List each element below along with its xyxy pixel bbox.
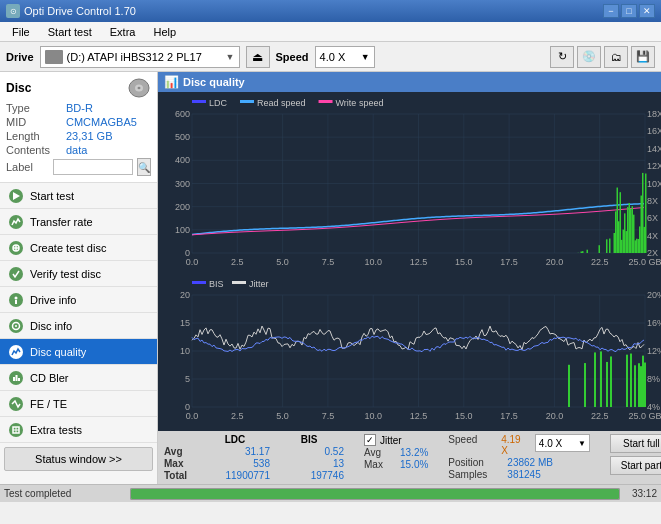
- chart-area: 📊 Disc quality LDC BIS Avg: [158, 72, 661, 484]
- start-test-label: Start test: [30, 190, 74, 202]
- avg-label: Avg: [164, 446, 196, 457]
- chart-title: Disc quality: [183, 76, 245, 88]
- svg-rect-11: [13, 377, 15, 381]
- create-test-disc-icon: [8, 240, 24, 256]
- extra-tests-label: Extra tests: [30, 424, 82, 436]
- total-label: Total: [164, 470, 196, 481]
- sidebar-item-create-test-disc[interactable]: Create test disc: [0, 235, 157, 261]
- status-bar: Test completed 33:12: [0, 484, 661, 502]
- jitter-section: ✓ Jitter Avg 13.2% Max 15.0%: [364, 434, 428, 470]
- sidebar-item-drive-info[interactable]: Drive info: [0, 287, 157, 313]
- length-label: Length: [6, 130, 66, 142]
- disc-label-input[interactable]: [53, 159, 133, 175]
- save-button[interactable]: 💾: [631, 46, 655, 68]
- svg-rect-8: [15, 300, 17, 304]
- upper-chart: [162, 96, 661, 273]
- speed-select[interactable]: 4.0 X ▼: [315, 46, 375, 68]
- stats-header-bis: BIS: [274, 434, 344, 445]
- disc-panel-icon: [127, 78, 151, 98]
- buttons-section: Start full Start part: [610, 434, 661, 475]
- sidebar-item-extra-tests[interactable]: Extra tests: [0, 417, 157, 443]
- contents-label: Contents: [6, 144, 66, 156]
- drive-label: Drive: [6, 51, 34, 63]
- disc-info-icon: [8, 318, 24, 334]
- app-title: Opti Drive Control 1.70: [24, 5, 136, 17]
- jitter-avg-label: Avg: [364, 447, 396, 458]
- drive-dropdown-icon[interactable]: ▼: [226, 52, 235, 62]
- info-button[interactable]: 🗂: [604, 46, 628, 68]
- sidebar-item-cd-bler[interactable]: CD Bler: [0, 365, 157, 391]
- jitter-label: Jitter: [380, 435, 402, 446]
- progress-fill: [131, 489, 619, 499]
- disc-info-panel: Disc Type BD-R MID CMCMAGBA5 Length 23,3…: [0, 72, 157, 183]
- speed-dropdown-icon[interactable]: ▼: [361, 52, 370, 62]
- type-label: Type: [6, 102, 66, 114]
- disc-label-button[interactable]: 🔍: [137, 158, 151, 176]
- drive-value: (D:) ATAPI iHBS312 2 PL17: [67, 51, 222, 63]
- max-label: Max: [164, 458, 196, 469]
- create-test-disc-label: Create test disc: [30, 242, 106, 254]
- lower-chart: [162, 277, 661, 427]
- drive-bar: Drive (D:) ATAPI iHBS312 2 PL17 ▼ ⏏ Spee…: [0, 42, 661, 72]
- maximize-button[interactable]: □: [621, 4, 637, 18]
- status-time: 33:12: [632, 488, 657, 499]
- refresh-button[interactable]: ↻: [550, 46, 574, 68]
- menu-start-test[interactable]: Start test: [40, 24, 100, 40]
- speed-label: Speed: [276, 51, 309, 63]
- fe-te-label: FE / TE: [30, 398, 67, 410]
- transfer-rate-label: Transfer rate: [30, 216, 93, 228]
- speed-position-section: Speed 4.19 X 4.0 X ▼ Position 23862 MB S…: [448, 434, 590, 480]
- mid-label: MID: [6, 116, 66, 128]
- cd-bler-icon: [8, 370, 24, 386]
- svg-point-7: [15, 296, 18, 299]
- avg-ldc: 31.17: [200, 446, 270, 457]
- start-part-button[interactable]: Start part: [610, 456, 661, 475]
- progress-bar: [130, 488, 620, 500]
- stats-table: LDC BIS Avg 31.17 0.52 Max 538 13 Total …: [164, 434, 344, 481]
- cd-bler-label: CD Bler: [30, 372, 69, 384]
- jitter-max-label: Max: [364, 459, 396, 470]
- total-bis: 197746: [274, 470, 344, 481]
- max-ldc: 538: [200, 458, 270, 469]
- max-bis: 13: [274, 458, 344, 469]
- speed-stat-dropdown-icon[interactable]: ▼: [578, 439, 586, 448]
- svg-marker-3: [13, 192, 20, 200]
- disc-action-button[interactable]: 💿: [577, 46, 601, 68]
- sidebar-item-start-test[interactable]: Start test: [0, 183, 157, 209]
- jitter-checkbox[interactable]: ✓: [364, 434, 376, 446]
- charts-container: [158, 92, 661, 431]
- sidebar-item-fe-te[interactable]: FE / TE: [0, 391, 157, 417]
- transfer-rate-icon: [8, 214, 24, 230]
- speed-stat-select-value: 4.0 X: [539, 438, 562, 449]
- speed-value: 4.0 X: [320, 51, 346, 63]
- app-icon: ⊙: [6, 4, 20, 18]
- close-button[interactable]: ✕: [639, 4, 655, 18]
- start-full-button[interactable]: Start full: [610, 434, 661, 453]
- verify-test-disc-icon: [8, 266, 24, 282]
- mid-value: CMCMAGBA5: [66, 116, 137, 128]
- minimize-button[interactable]: −: [603, 4, 619, 18]
- status-window-button[interactable]: Status window >>: [4, 447, 153, 471]
- speed-stat-value: 4.19 X: [501, 434, 527, 456]
- speed-stat-label: Speed: [448, 434, 497, 456]
- samples-value: 381245: [507, 469, 540, 480]
- eject-button[interactable]: ⏏: [246, 46, 270, 68]
- sidebar-item-verify-test-disc[interactable]: Verify test disc: [0, 261, 157, 287]
- start-test-icon: [8, 188, 24, 204]
- menu-help[interactable]: Help: [145, 24, 184, 40]
- drive-select[interactable]: (D:) ATAPI iHBS312 2 PL17 ▼: [40, 46, 240, 68]
- sidebar-item-transfer-rate[interactable]: Transfer rate: [0, 209, 157, 235]
- length-value: 23,31 GB: [66, 130, 112, 142]
- samples-label: Samples: [448, 469, 503, 480]
- disc-quality-icon: [8, 344, 24, 360]
- sidebar: Disc Type BD-R MID CMCMAGBA5 Length 23,3…: [0, 72, 158, 484]
- menu-bar: File Start test Extra Help: [0, 22, 661, 42]
- sidebar-item-disc-quality[interactable]: Disc quality: [0, 339, 157, 365]
- svg-point-10: [15, 325, 17, 327]
- menu-file[interactable]: File: [4, 24, 38, 40]
- sidebar-item-disc-info[interactable]: Disc info: [0, 313, 157, 339]
- menu-extra[interactable]: Extra: [102, 24, 144, 40]
- speed-stat-select[interactable]: 4.0 X ▼: [535, 434, 590, 452]
- chart-header: 📊 Disc quality: [158, 72, 661, 92]
- title-bar: ⊙ Opti Drive Control 1.70 − □ ✕: [0, 0, 661, 22]
